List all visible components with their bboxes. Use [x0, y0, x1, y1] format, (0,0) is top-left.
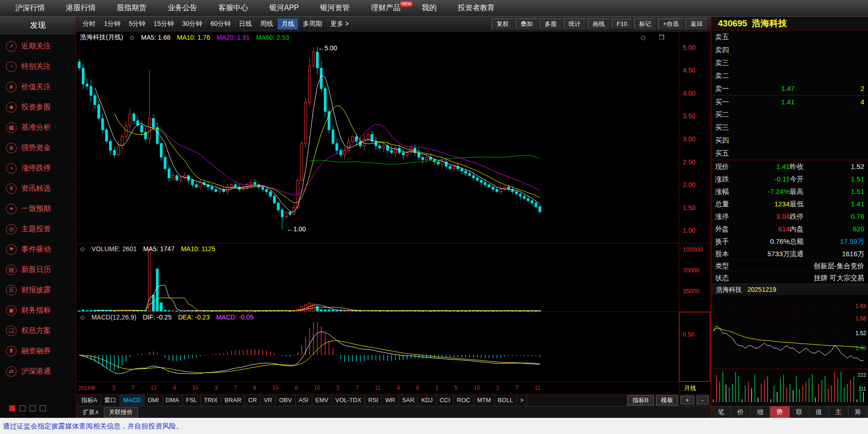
indicator-tab-RSI[interactable]: RSI — [365, 394, 382, 406]
page-dot-4[interactable] — [40, 405, 46, 411]
indicator-button--[interactable]: - — [697, 396, 709, 404]
indicator-tab-DMA[interactable]: DMA — [163, 394, 183, 406]
sidebar-item-ipo-calendar[interactable]: ▤新股日历 — [0, 259, 76, 280]
indicator-tab-VR[interactable]: VR — [261, 394, 276, 406]
indicator-tab-BOLL[interactable]: BOLL — [495, 394, 517, 406]
quote-tab-细[interactable]: 细 — [751, 406, 770, 418]
quote-tab-联[interactable]: 联 — [790, 406, 809, 418]
menu-item-10[interactable]: 投资者教育 — [447, 3, 505, 13]
more-periods-button[interactable]: 更多 > — [327, 18, 352, 30]
period-1分钟[interactable]: 1分钟 — [100, 18, 124, 30]
quote-tab-主[interactable]: 主 — [829, 406, 848, 418]
stat-label: 涨幅 — [715, 185, 741, 198]
menu-item-4[interactable]: 业务公告 — [157, 3, 208, 13]
indicator-button-模板[interactable]: 模板 — [656, 395, 678, 405]
sidebar-item-consensus-forecast[interactable]: ✦一致预期 — [0, 199, 76, 219]
period-周线[interactable]: 周线 — [256, 18, 277, 30]
quote-tab-势[interactable]: 势 — [770, 406, 789, 418]
quote-tab-价[interactable]: 价 — [731, 406, 750, 418]
sidebar-item-margin-trading[interactable]: ♜融资融券 — [0, 341, 76, 361]
indicator-tab-MACD[interactable]: MACD — [120, 394, 145, 406]
page-dot-2[interactable] — [19, 405, 25, 411]
sidebar-item-limit-up-down[interactable]: ◑涨停跌停 — [0, 158, 76, 178]
indicator-tab-KDJ[interactable]: KDJ — [418, 394, 437, 406]
favorite-diamond-icon[interactable]: ◇ — [641, 34, 646, 41]
menu-item-1[interactable]: 沪深行情 — [5, 3, 55, 13]
indicator-tab-CR[interactable]: CR — [245, 394, 261, 406]
toolbar-button-统计[interactable]: 统计 — [564, 18, 586, 30]
indicator-tab-窗口[interactable]: 窗口 — [101, 394, 120, 406]
expand-button[interactable]: 扩展∧ — [78, 408, 104, 416]
sidebar-item-financial-metrics[interactable]: ▣财务指标 — [0, 300, 76, 320]
collapse-macd-icon[interactable]: ⊙ — [80, 314, 85, 321]
indicator-tab-TRIX[interactable]: TRIX — [201, 394, 222, 406]
quote-tab-值[interactable]: 值 — [809, 406, 829, 418]
period-30分钟[interactable]: 30分钟 — [178, 18, 206, 30]
page-dot-1[interactable] — [9, 405, 15, 411]
menu-item-7[interactable]: 银河资管 — [310, 3, 360, 13]
period-多周期[interactable]: 多周期 — [299, 18, 326, 30]
indicator-more-arrow[interactable]: > — [517, 394, 528, 406]
disclaimer-text[interactable]: 通过证监会指定披露媒体查阅相关信息，并自担投资风险。 — [3, 422, 183, 430]
indicator-tab-EMV[interactable]: EMV — [312, 394, 332, 406]
page-dot-3[interactable] — [30, 405, 36, 411]
time-axis: 2016年37124103761061037114815102711 月线 — [76, 382, 710, 394]
sidebar-item-investment-holdings[interactable]: ☻投资参股 — [0, 97, 76, 117]
quote-tab-筹[interactable]: 筹 — [849, 406, 868, 418]
indicator-tab-ROC[interactable]: ROC — [454, 394, 474, 406]
sidebar-header[interactable]: 发现 — [0, 17, 76, 34]
sidebar-item-theme-investing[interactable]: ◎主题投资 — [0, 219, 76, 239]
sidebar-item-benchmark-analysis[interactable]: ▦基准分析 — [0, 117, 76, 138]
period-5分钟[interactable]: 5分钟 — [125, 18, 149, 30]
sidebar-item-strong-capital[interactable]: ⊕强势资金 — [0, 138, 76, 158]
indicator-tab-指标A[interactable]: 指标A — [78, 394, 101, 406]
toolbar-button-叠加[interactable]: 叠加 — [516, 18, 538, 30]
collapse-volume-icon[interactable]: ⊙ — [80, 246, 85, 253]
indicator-tab-BRAR[interactable]: BRAR — [221, 394, 245, 406]
period-月线[interactable]: 月线 — [278, 18, 298, 30]
sidebar-item-value-focus[interactable]: ♛价值关注 — [0, 77, 76, 97]
sidebar-item-special-focus[interactable]: ◔特别关注 — [0, 56, 76, 77]
indicator-button-指标B[interactable]: 指标B — [627, 395, 654, 405]
split-window-icon[interactable]: ❐ — [659, 34, 665, 41]
sidebar-item-hk-connect[interactable]: ⇄沪深港通 — [0, 361, 76, 381]
sidebar-item-recent-focus[interactable]: ↗近期关注 — [0, 36, 76, 56]
indicator-tab-FSL[interactable]: FSL — [183, 394, 201, 406]
period-60分钟[interactable]: 60分钟 — [207, 18, 235, 30]
toolbar-button-返回[interactable]: 返回 — [686, 18, 708, 30]
indicator-tab-WR[interactable]: WR — [382, 394, 399, 406]
menu-item-9[interactable]: 我的 — [411, 3, 447, 13]
indicator-tab-ASI[interactable]: ASI — [296, 394, 312, 406]
period-日线[interactable]: 日线 — [235, 18, 255, 30]
indicator-tab-CCI[interactable]: CCI — [437, 394, 454, 406]
menu-item-6[interactable]: 银河APP — [259, 3, 310, 13]
collapse-pane-icon[interactable]: ⊙ — [129, 34, 134, 41]
intraday-mini-chart[interactable]: 1.631.581.521.46222111 — [711, 295, 868, 406]
kline-volume-macd-chart[interactable]: 5.004.504.003.503.002.502.001.501.00←5.0… — [76, 31, 710, 382]
period-分时[interactable]: 分时 — [79, 18, 99, 30]
toolbar-button-F10[interactable]: F10 — [612, 19, 632, 29]
indicator-tab-SAR[interactable]: SAR — [399, 394, 418, 406]
sidebar-item-dividend-plan[interactable]: ❏权息方案 — [0, 320, 76, 341]
indicator-tab-VOL-TDX[interactable]: VOL-TDX — [332, 394, 365, 406]
toolbar-button-多股[interactable]: 多股 — [540, 18, 562, 30]
indicator-button-+[interactable]: + — [680, 396, 694, 404]
toolbar-button-画线[interactable]: 画线 — [588, 18, 610, 30]
menu-item-3[interactable]: 股指期货 — [106, 3, 157, 13]
linked-quotes-button[interactable]: 关联报价 — [104, 407, 138, 417]
quote-tab-笔[interactable]: 笔 — [711, 406, 731, 418]
toolbar-button-复权[interactable]: 复权 — [492, 18, 514, 30]
indicator-tab-DMI[interactable]: DMI — [145, 394, 163, 406]
toolbar-button-标记[interactable]: 标记 — [634, 18, 656, 30]
sidebar-item-earnings-disclosure[interactable]: ☰财报披露 — [0, 280, 76, 300]
xaxis-label: 3 — [336, 385, 340, 392]
menu-item-8[interactable]: 理财产品NEW — [360, 3, 411, 13]
menu-item-2[interactable]: 港股行情 — [55, 3, 106, 13]
sidebar-item-news-selection[interactable]: ¥资讯精选 — [0, 178, 76, 199]
indicator-tab-MTM[interactable]: MTM — [474, 394, 495, 406]
sidebar-item-event-driven[interactable]: ⚑事件驱动 — [0, 239, 76, 259]
toolbar-button-+自选[interactable]: +自选 — [658, 18, 684, 30]
menu-item-5[interactable]: 客服中心 — [208, 3, 259, 13]
indicator-tab-OBV[interactable]: OBV — [276, 394, 295, 406]
period-15分钟[interactable]: 15分钟 — [150, 18, 178, 30]
